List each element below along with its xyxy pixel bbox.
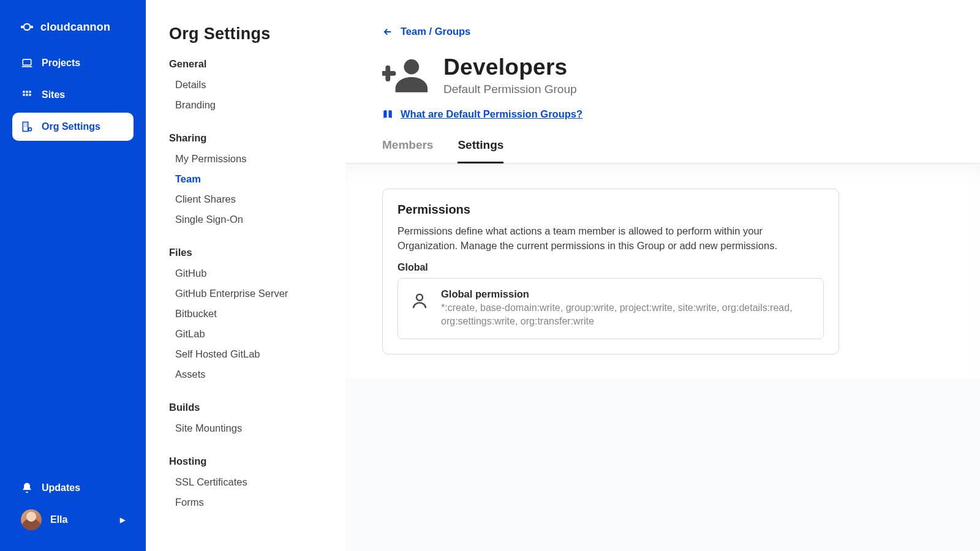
sidebar-item-github[interactable]: GitHub bbox=[169, 263, 322, 283]
sidebar-item-client-shares[interactable]: Client Shares bbox=[169, 189, 322, 209]
secondary-sidebar: Org Settings GeneralDetailsBrandingShari… bbox=[146, 0, 345, 551]
nav-label: Sites bbox=[42, 89, 65, 100]
laptop-icon bbox=[21, 57, 33, 69]
svg-rect-8 bbox=[26, 94, 28, 96]
secondary-title: Org Settings bbox=[169, 24, 322, 43]
svg-point-0 bbox=[24, 24, 30, 30]
svg-rect-4 bbox=[23, 91, 24, 92]
person-icon bbox=[410, 292, 429, 310]
grid-icon bbox=[21, 89, 33, 101]
tab-settings[interactable]: Settings bbox=[458, 138, 503, 163]
brand-name: cloudcannon bbox=[40, 21, 110, 34]
svg-point-1 bbox=[21, 26, 23, 28]
primary-sidebar: cloudcannon Projects Sites Org Settings … bbox=[0, 0, 146, 551]
bell-icon bbox=[21, 482, 33, 494]
permissions-card: Permissions Permissions define what acti… bbox=[382, 189, 839, 354]
permissions-heading: Permissions bbox=[398, 203, 824, 217]
nav-updates[interactable]: Updates bbox=[12, 474, 134, 502]
svg-rect-3 bbox=[23, 59, 31, 65]
nav-label: Org Settings bbox=[42, 121, 100, 132]
book-icon bbox=[382, 109, 393, 120]
sidebar-item-single-sign-on[interactable]: Single Sign-On bbox=[169, 209, 322, 230]
nav-label: Updates bbox=[42, 482, 80, 493]
tab-members[interactable]: Members bbox=[382, 138, 433, 163]
section-heading: Builds bbox=[169, 402, 322, 413]
svg-rect-7 bbox=[23, 94, 24, 96]
building-gear-icon bbox=[21, 121, 33, 133]
svg-point-13 bbox=[417, 294, 423, 301]
breadcrumb-label: Team / Groups bbox=[401, 26, 470, 37]
main-content: Team / Groups Developers Default Permiss… bbox=[345, 0, 980, 551]
nav-projects[interactable]: Projects bbox=[12, 49, 134, 77]
sidebar-item-gitlab[interactable]: GitLab bbox=[169, 324, 322, 344]
nav-org-settings[interactable]: Org Settings bbox=[12, 113, 134, 141]
svg-rect-9 bbox=[29, 94, 31, 96]
svg-point-2 bbox=[31, 26, 33, 28]
sidebar-item-github-enterprise-server[interactable]: GitHub Enterprise Server bbox=[169, 283, 322, 304]
permission-item[interactable]: Global permission *:create, base-domain:… bbox=[398, 278, 824, 339]
help-link-text: What are Default Permission Groups? bbox=[401, 108, 582, 120]
person-add-icon bbox=[382, 58, 428, 92]
avatar bbox=[21, 509, 42, 530]
user-menu[interactable]: Ella ▶ bbox=[12, 502, 134, 538]
svg-rect-5 bbox=[26, 91, 28, 92]
breadcrumb-back[interactable]: Team / Groups bbox=[382, 26, 470, 37]
brand-logo[interactable]: cloudcannon bbox=[12, 13, 134, 49]
sidebar-item-details[interactable]: Details bbox=[169, 75, 322, 95]
sidebar-item-my-permissions[interactable]: My Permissions bbox=[169, 149, 322, 169]
section-heading: Files bbox=[169, 247, 322, 258]
svg-rect-10 bbox=[23, 122, 28, 132]
caret-right-icon: ▶ bbox=[120, 516, 125, 524]
svg-point-12 bbox=[404, 59, 419, 75]
svg-point-11 bbox=[29, 128, 32, 131]
tabs: Members Settings bbox=[382, 138, 943, 163]
page-title: Developers bbox=[443, 54, 577, 80]
user-name: Ella bbox=[50, 514, 67, 525]
section-heading: General bbox=[169, 58, 322, 70]
permissions-desc: Permissions define what actions a team m… bbox=[398, 224, 824, 253]
svg-rect-6 bbox=[29, 91, 31, 92]
section-heading: Sharing bbox=[169, 132, 322, 144]
sidebar-item-branding[interactable]: Branding bbox=[169, 95, 322, 115]
help-link[interactable]: What are Default Permission Groups? bbox=[382, 108, 582, 120]
section-heading: Hosting bbox=[169, 455, 322, 467]
nav-label: Projects bbox=[42, 58, 80, 69]
permission-detail: *:create, base-domain:write, group:write… bbox=[441, 301, 811, 329]
sidebar-item-bitbucket[interactable]: Bitbucket bbox=[169, 304, 322, 324]
sidebar-item-site-mountings[interactable]: Site Mountings bbox=[169, 418, 322, 438]
sidebar-item-assets[interactable]: Assets bbox=[169, 364, 322, 384]
nav-sites[interactable]: Sites bbox=[12, 81, 134, 109]
sidebar-item-team[interactable]: Team bbox=[169, 169, 322, 189]
cloudcannon-logo-icon bbox=[20, 20, 34, 34]
arrow-left-icon bbox=[382, 26, 393, 37]
sidebar-item-forms[interactable]: Forms bbox=[169, 492, 322, 512]
permissions-scope: Global bbox=[398, 262, 824, 273]
page-subtitle: Default Permission Group bbox=[443, 83, 577, 96]
sidebar-item-ssl-certificates[interactable]: SSL Certificates bbox=[169, 472, 322, 492]
permission-title: Global permission bbox=[441, 288, 811, 300]
sidebar-item-self-hosted-gitlab[interactable]: Self Hosted GitLab bbox=[169, 344, 322, 364]
